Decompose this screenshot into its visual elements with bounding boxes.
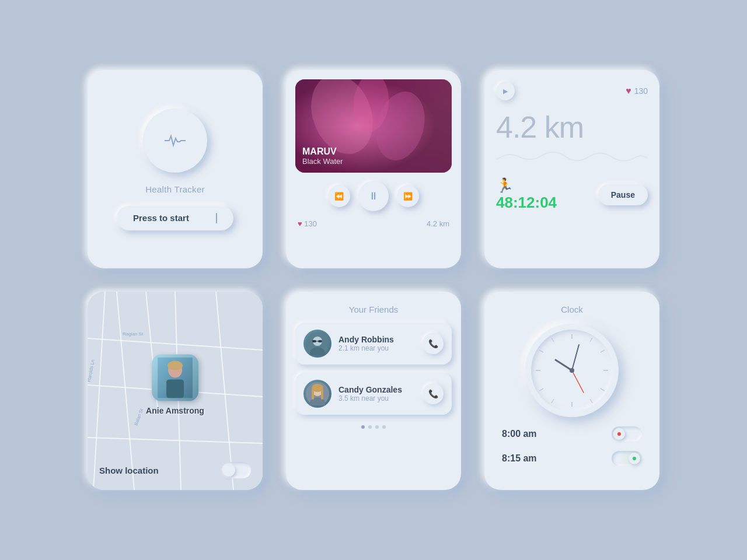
svg-line-7: [88, 338, 263, 350]
fitness-play-button[interactable]: ▶: [496, 82, 515, 100]
friend-info-candy: Candy Gonzales 3.5 km near you: [338, 385, 416, 402]
music-player-card: MARUV Black Water ⏪ ⏸ ⏩ ♥ 130 4.2 km: [286, 70, 461, 268]
map-user-avatar: [152, 355, 198, 401]
fitness-bottom: 🏃 48:12:04 Pause: [496, 177, 648, 212]
friends-title: Your Friends: [295, 304, 452, 314]
pause-button[interactable]: ⏸: [358, 181, 389, 211]
svg-line-43: [551, 399, 554, 403]
alarm-toggle-1[interactable]: [612, 426, 642, 442]
svg-rect-23: [312, 340, 316, 342]
press-to-start-button[interactable]: Press to start: [117, 206, 233, 230]
alarm-knob-1: [613, 428, 625, 440]
health-circle: [143, 108, 207, 173]
clock-ticks: [531, 330, 613, 411]
friend-item-andy: Andy Robbins 2.1 km near you 📞: [295, 323, 452, 365]
friend-name-candy: Candy Gonzales: [338, 385, 416, 394]
friend-dist-candy: 3.5 km near you: [338, 394, 416, 402]
fitness-distance: 4.2 km: [496, 112, 648, 142]
svg-line-36: [590, 338, 592, 342]
svg-line-41: [539, 350, 543, 352]
alarm-toggle-2[interactable]: [612, 451, 642, 466]
svg-text:Balan St: Balan St: [133, 407, 144, 426]
heart-icon: ♥: [298, 219, 302, 228]
dot-1: [361, 425, 365, 429]
alarm-row-1: 8:00 am: [496, 426, 648, 442]
music-distance: 4.2 km: [427, 219, 449, 228]
fitness-tracker-card: ▶ ♥ 130 4.2 km 🏃 48:12:04 Pause: [484, 70, 659, 268]
friend-avatar-andy: [303, 330, 331, 358]
fitness-heart-stat: ♥ 130: [626, 86, 648, 96]
show-location-toggle[interactable]: [221, 462, 251, 478]
alarm-dot-1: [617, 432, 621, 436]
heart-icon: ♥: [626, 86, 631, 96]
svg-line-45: [572, 345, 579, 370]
fitness-header: ▶ ♥ 130: [496, 82, 648, 100]
pagination-dots: [295, 425, 452, 429]
call-candy-button[interactable]: 📞: [423, 383, 444, 404]
music-artist: MARUV: [302, 146, 343, 157]
dot-4: [382, 425, 386, 429]
rewind-button[interactable]: ⏪: [328, 185, 350, 207]
map-card: Raglan St Harolds Ln Midd... Balan St: [88, 292, 263, 490]
clock-title: Clock: [561, 304, 583, 314]
svg-line-4: [117, 292, 134, 490]
friend-avatar-candy: [303, 380, 331, 408]
svg-line-46: [572, 370, 584, 393]
avatar-svg: [158, 358, 193, 398]
health-tracker-label: Health Tracker: [145, 184, 205, 194]
music-stats: ♥ 130 4.2 km: [295, 219, 452, 228]
svg-line-37: [601, 350, 605, 352]
svg-text:Raglan St: Raglan St: [123, 331, 144, 337]
alarm-knob-2: [629, 453, 640, 464]
pause-workout-button[interactable]: Pause: [598, 184, 648, 205]
friend-item-candy: Candy Gonzales 3.5 km near you 📞: [295, 373, 452, 415]
dot-3: [375, 425, 379, 429]
clock-card: Clock: [484, 292, 659, 490]
svg-rect-18: [166, 380, 184, 398]
friend-name-andy: Andy Robbins: [338, 335, 416, 344]
map-user-container: Anie Amstrong: [146, 355, 204, 415]
call-andy-button[interactable]: 📞: [423, 333, 444, 354]
friend-info-andy: Andy Robbins 2.1 km near you: [338, 335, 416, 352]
friends-card: Your Friends Andy Robbins 2.1 km near yo…: [286, 292, 461, 490]
svg-point-47: [570, 368, 574, 373]
alarm-time-1: 8:00 am: [502, 429, 537, 439]
map-user-name: Anie Amstrong: [146, 406, 204, 415]
run-icon: 🏃: [496, 177, 514, 193]
pulse-icon: [165, 134, 186, 148]
friend-dist-andy: 2.1 km near you: [338, 344, 416, 352]
svg-line-10: [93, 292, 105, 490]
svg-line-42: [539, 388, 543, 391]
svg-point-19: [167, 361, 183, 370]
svg-rect-30: [312, 389, 314, 400]
music-controls: ⏪ ⏸ ⏩: [295, 181, 452, 211]
clock-inner: [531, 330, 613, 411]
svg-line-40: [551, 338, 554, 342]
music-heart-stat: ♥ 130: [298, 219, 317, 228]
music-info: MARUV Black Water: [302, 146, 343, 166]
toggle-knob: [222, 464, 235, 477]
svg-text:Harolds Ln: Harolds Ln: [88, 359, 96, 383]
svg-line-38: [601, 388, 605, 391]
fitness-timer: 48:12:04: [496, 194, 557, 212]
music-artwork: MARUV Black Water: [295, 79, 452, 173]
dot-2: [368, 425, 372, 429]
fitness-wave: [496, 148, 648, 166]
button-line-decoration: [216, 213, 217, 223]
alarm-row-2: 8:15 am: [496, 451, 648, 466]
svg-line-39: [590, 399, 592, 403]
svg-line-6: [216, 292, 233, 490]
show-location-label: Show location: [99, 466, 159, 475]
clock-face: [525, 324, 619, 417]
music-title: Black Water: [302, 157, 343, 166]
svg-line-44: [556, 360, 572, 370]
alarm-time-2: 8:15 am: [502, 453, 537, 464]
forward-button[interactable]: ⏩: [397, 185, 419, 207]
health-tracker-card: Health Tracker Press to start: [88, 70, 263, 268]
svg-rect-31: [321, 389, 323, 400]
map-bottom-bar: Show location: [99, 462, 251, 478]
alarm-dot-2: [633, 457, 636, 460]
app-grid: Health Tracker Press to start: [88, 70, 659, 490]
svg-rect-24: [318, 340, 322, 342]
svg-line-9: [88, 438, 263, 443]
